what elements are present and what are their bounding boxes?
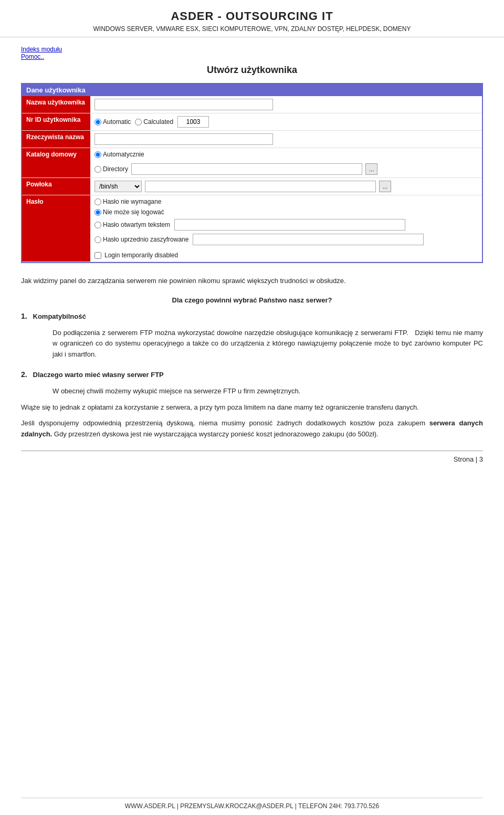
module-index-link[interactable]: Indeks modułu (21, 46, 483, 53)
section2-text3: Jeśli dysponujemy odpowiednią przestrzen… (21, 418, 483, 440)
userid-row: Nr ID użytkownika Automatic Calculated (22, 113, 482, 131)
shell-row-content: /bin/sh ... (94, 181, 478, 192)
userid-value-input[interactable] (177, 116, 209, 128)
homedir-row: Katalog domowy Automatycznie Directory (22, 148, 482, 178)
shell-browse-button[interactable]: ... (379, 181, 391, 192)
password-plaintext-input[interactable] (174, 219, 405, 231)
shell-row: Powłoka /bin/sh ... (22, 178, 482, 195)
username-value-cell (90, 96, 482, 113)
homedir-auto-radio[interactable] (94, 151, 101, 158)
section1-heading: 1. Kompatybilność (21, 310, 483, 322)
password-label: Hasło (22, 195, 90, 262)
section1-text1: Do podłączenia z serwerem FTP można wyko… (52, 328, 483, 360)
password-plaintext-row: Hasło otwartym tekstem (94, 219, 478, 231)
password-value-cell: Hasło nie wymagane Nie może się logować … (90, 195, 482, 262)
intro-section: Jak widzimy panel do zarządzania serwere… (21, 276, 483, 287)
password-options: Hasło nie wymagane Nie może się logować … (94, 198, 478, 259)
userid-radio-group: Automatic Calculated (94, 116, 478, 128)
help-link[interactable]: Pomoc.. (21, 53, 483, 60)
realname-value-cell (90, 131, 482, 148)
form-panel: Dane użytkownika Nazwa użytkownika Nr ID… (21, 83, 483, 263)
login-disabled-checkbox[interactable] (94, 252, 101, 259)
password-nologin-radio[interactable] (94, 209, 101, 216)
page-subtitle: Utwórz użytkownika (21, 65, 483, 76)
section1: 1. Kompatybilność Do podłączenia z serwe… (21, 310, 483, 360)
homedir-dir-row: Directory ... (94, 163, 478, 175)
section2: 2. Dlaczego warto mieć własny serwer FTP… (21, 369, 483, 440)
section2-text1: W obecnej chwili możemy wykupić miejsce … (52, 386, 483, 397)
userid-automatic-option[interactable]: Automatic (94, 118, 131, 126)
realname-input[interactable] (94, 133, 273, 145)
shell-input[interactable] (145, 181, 376, 192)
question-text: Dla czego powinni wybrać Państwo nasz se… (21, 296, 483, 304)
password-nologin-option[interactable]: Nie może się logować (94, 208, 478, 216)
userid-calculated-option[interactable]: Calculated (135, 118, 173, 126)
login-disabled-row: Login temporarily disabled (94, 252, 478, 259)
site-title: ASDER - OUTSOURCING IT (5, 9, 499, 23)
homedir-value-cell: Automatycznie Directory ... (90, 148, 482, 178)
shell-label: Powłoka (22, 178, 90, 195)
username-input[interactable] (94, 99, 273, 110)
homedir-browse-button[interactable]: ... (365, 163, 377, 175)
homedir-auto-option[interactable]: Automatycznie (94, 151, 478, 158)
password-encrypted-radio[interactable] (94, 236, 101, 243)
homedir-dir-radio[interactable] (94, 166, 101, 173)
password-encrypted-option[interactable]: Hasło uprzednio zaszyfrowane (94, 236, 188, 243)
shell-value-cell: /bin/sh ... (90, 178, 482, 195)
userid-value-cell: Automatic Calculated (90, 113, 482, 131)
section2-heading: 2. Dlaczego warto mieć własny serwer FTP (21, 369, 483, 381)
footer-divider (21, 451, 483, 451)
userid-label: Nr ID użytkownika (22, 113, 90, 131)
form-table: Nazwa użytkownika Nr ID użytkownika Auto… (22, 96, 482, 262)
realname-label: Rzeczywista nazwa (22, 131, 90, 148)
password-plaintext-radio[interactable] (94, 222, 101, 228)
page-header: ASDER - OUTSOURCING IT WINDOWS SERVER, V… (0, 0, 504, 37)
homedir-label: Katalog domowy (22, 148, 90, 178)
password-encrypted-input[interactable] (193, 234, 424, 245)
username-label: Nazwa użytkownika (22, 96, 90, 113)
nav-links: Indeks modułu Pomoc.. (21, 46, 483, 60)
intro-text: Jak widzimy panel do zarządzania serwere… (21, 276, 483, 287)
main-content: Indeks modułu Pomoc.. Utwórz użytkownika… (0, 37, 504, 497)
userid-calculated-radio[interactable] (135, 119, 142, 126)
section2-text2: Wiąże się to jednak z opłatami za korzys… (21, 402, 483, 413)
form-panel-title: Dane użytkownika (22, 84, 482, 96)
password-row: Hasło Hasło nie wymagane Nie może się lo… (22, 195, 482, 262)
realname-row: Rzeczywista nazwa (22, 131, 482, 148)
page-number: Strona | 3 (21, 455, 483, 463)
site-subtitle: WINDOWS SERVER, VMWARE ESX, SIECI KOMPUT… (5, 25, 499, 33)
homedir-dir-option[interactable]: Directory (94, 165, 128, 173)
footer-contacts: WWW.ASDER.PL | PRZEMYSLAW.KROCZAK@ASDER.… (21, 798, 483, 810)
password-none-option[interactable]: Hasło nie wymagane (94, 198, 478, 205)
password-none-radio[interactable] (94, 198, 101, 205)
password-encrypted-row: Hasło uprzednio zaszyfrowane (94, 234, 478, 245)
shell-select[interactable]: /bin/sh (94, 181, 142, 192)
password-plaintext-option[interactable]: Hasło otwartym tekstem (94, 221, 170, 228)
homedir-dir-input[interactable] (131, 163, 362, 175)
userid-automatic-radio[interactable] (94, 119, 101, 126)
username-row: Nazwa użytkownika (22, 96, 482, 113)
